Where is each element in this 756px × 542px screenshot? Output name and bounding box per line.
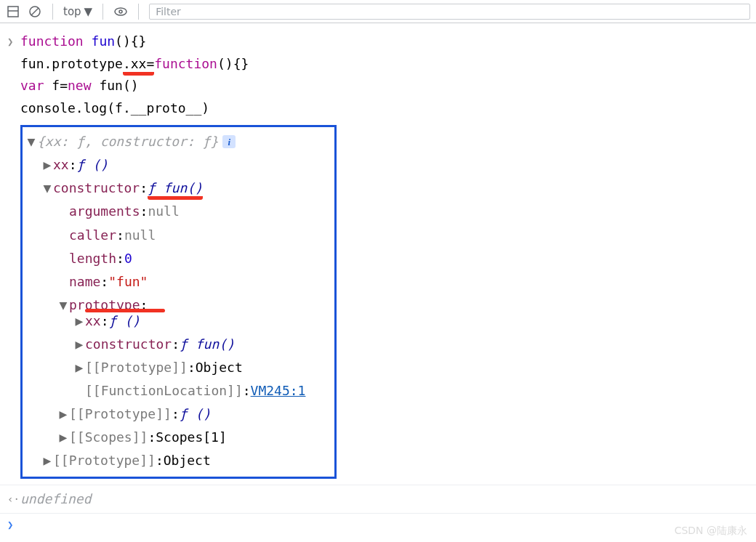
vm-link[interactable]: VM245:1 [251,379,306,403]
watermark: CSDN @陆康永 [675,525,747,538]
prop-name[interactable]: name: "fun" [57,270,330,294]
return-row: ‹· undefined [0,485,756,514]
arrow-right-icon[interactable]: ▶ [41,449,53,472]
context-selector[interactable]: top ▼ [63,5,92,18]
return-value: undefined [20,488,92,511]
separator [52,4,53,20]
svg-point-4 [115,8,126,15]
info-icon[interactable]: i [222,135,236,148]
prop-scopes[interactable]: ▶ [[Scopes]]: Scopes[1] [57,426,330,449]
context-label: top [63,5,81,18]
prop-proto-constructor[interactable]: ▶ constructor: ƒ fun() [73,333,330,356]
prop-length[interactable]: length: 0 [57,247,330,270]
arrow-right-icon[interactable]: ▶ [41,153,53,177]
prop-root-proto[interactable]: ▶ [[Prototype]]: Object [41,449,330,472]
arrow-right-icon[interactable]: ▶ [57,426,69,449]
arrow-right-icon[interactable]: ▶ [57,403,69,426]
arrow-down-icon[interactable]: ▼ [57,294,69,317]
arrow-down-icon[interactable]: ▼ [41,177,53,200]
prop-proto-prototype[interactable]: ▶ [[Prototype]]: Object [73,356,330,379]
eye-icon[interactable] [113,4,128,19]
arrow-right-icon[interactable]: ▶ [73,356,85,379]
console-output-object: ▼ {xx: ƒ, constructor: ƒ} i ▶ xx: ƒ () ▼… [20,125,337,478]
arrow-down-icon[interactable]: ▼ [25,130,37,153]
panel-icon[interactable] [6,4,20,19]
prompt-row[interactable]: ❯ [0,514,756,534]
chevron-right-icon: ❯ [7,31,20,51]
code-input: function fun(){} fun.prototype.xx=functi… [20,31,249,119]
arrow-right-icon[interactable]: ▶ [73,333,85,356]
prop-ctor-proto[interactable]: ▶ [[Prototype]]: ƒ () [57,403,330,426]
chevron-right-icon: ❯ [7,514,20,534]
clear-icon[interactable] [28,4,42,19]
prop-xx[interactable]: ▶ xx: ƒ () [41,153,330,177]
prop-constructor[interactable]: ▼ constructor: ƒ fun() [41,177,330,200]
separator [102,4,103,20]
svg-rect-0 [8,7,18,17]
chevron-down-icon: ▼ [84,5,93,18]
separator [138,4,139,20]
svg-line-3 [31,8,39,15]
arrow-right-icon[interactable]: ▶ [73,310,85,333]
prop-arguments[interactable]: arguments: null [57,200,330,223]
prop-function-location[interactable]: [[FunctionLocation]]: VM245:1 [73,379,330,403]
console-body: ❯ function fun(){} fun.prototype.xx=func… [0,23,756,534]
prop-caller[interactable]: caller: null [57,224,330,247]
filter-input[interactable] [149,4,750,20]
chevron-left-icon: ‹· [7,488,20,509]
object-summary[interactable]: ▼ {xx: ƒ, constructor: ƒ} i [25,130,330,153]
console-toolbar: top ▼ [0,0,756,23]
svg-point-5 [119,10,122,13]
prop-proto-xx[interactable]: ▶ xx: ƒ () [73,310,330,333]
input-row: ❯ function fun(){} fun.prototype.xx=func… [0,31,756,119]
